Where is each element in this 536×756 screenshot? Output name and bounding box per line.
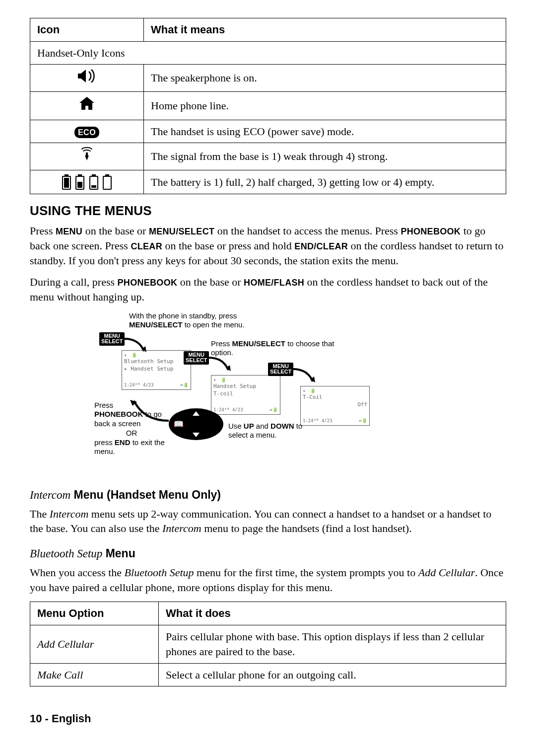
intercom-subsection-title: Intercom Menu (Handset Menu Only) [30,487,506,503]
header-menu-option: Menu Option [30,602,159,625]
speakerphone-icon [30,65,144,92]
header-meaning: What it means [144,18,506,42]
group-label: Handset-Only Icons [30,41,506,65]
menu-select-button-3: MENUSELECT [268,363,293,376]
table-group-row: Handset-Only Icons [30,41,506,65]
table-header-row: Menu Option What it does [30,602,506,625]
meaning-text: Home phone line. [144,92,506,120]
icon-meaning-table: Icon What it means Handset-Only Icons Th… [30,18,506,194]
eco-icon: ECO [30,120,144,143]
bluetooth-para: When you access the Bluetooth Setup menu… [30,565,506,595]
header-what-it-does: What it does [159,602,506,625]
lcd-screen-1: ▾ 🔋 Bluetooth Setup ▸ Handset Setup 1:24… [122,350,191,390]
table-row: ECO The handset is using ECO (power save… [30,120,506,143]
header-icon: Icon [30,18,144,42]
menu-select-button-1: MENUSELECT [99,332,125,346]
lcd-screen-2: ▾ 🔋 Handset Setup T-coil 1:24ᴬᴹ 4/23∞🔋 [211,375,280,415]
menu-navigation-diagram: With the phone in standby, press MENU/SE… [94,311,442,475]
menu-option-description: Pairs cellular phone with base. This opt… [159,625,506,663]
menu-option: Make Call [30,663,159,686]
bluetooth-subsection-title: Bluetooth Setup Menu [30,546,506,561]
signal-icon [30,143,144,170]
intercom-para: The Intercom menu sets up 2-way communic… [30,507,506,536]
meaning-text: The signal from the base is 1) weak thro… [144,143,506,170]
meaning-text: The battery is 1) full, 2) half charged,… [144,170,506,194]
svg-rect-0 [86,152,88,155]
section-using-menus-title: Using the Menus [30,202,506,220]
page-footer: 10 - English [30,711,506,726]
meaning-text: The speakerphone is on. [144,65,506,92]
menu-select-button-2: MENUSELECT [184,351,209,365]
meaning-text: The handset is using ECO (power save) mo… [144,120,506,143]
diagram-caption-choose: Press MENU/SELECT to choose that option. [211,339,340,358]
home-icon [30,92,144,120]
menu-option-description: Select a cellular phone for an outgoing … [159,663,506,686]
using-menus-para-2: During a call, press Phonebook on the ba… [30,275,506,304]
lcd-screen-3: ▾ 🔋 T-Coil Off 1:24ᴬᴹ 4/23∞🔋 [300,386,370,426]
table-row: Make Call Select a cellular phone for an… [30,663,506,686]
table-row: The battery is 1) full, 2) half charged,… [30,170,506,194]
table-row: The speakerphone is on. [30,65,506,92]
diagram-caption-updown: Use UP and DOWN to select a menu. [228,422,313,441]
bluetooth-menu-table: Menu Option What it does Add Cellular Pa… [30,602,506,686]
using-menus-para-1: Press Menu on the base or Menu/Select on… [30,224,506,268]
table-row: Add Cellular Pairs cellular phone with b… [30,625,506,663]
battery-icon [30,170,144,194]
diagram-caption-back: Press PHONEBOOK to go back a screen OR p… [94,401,169,457]
dpad-icon: 📖 [169,408,223,440]
table-row: The signal from the base is 1) weak thro… [30,143,506,170]
diagram-caption-standby: With the phone in standby, press MENU/SE… [129,311,293,330]
menu-option: Add Cellular [30,625,159,663]
table-row: Home phone line. [30,92,506,120]
table-header-row: Icon What it means [30,18,506,42]
